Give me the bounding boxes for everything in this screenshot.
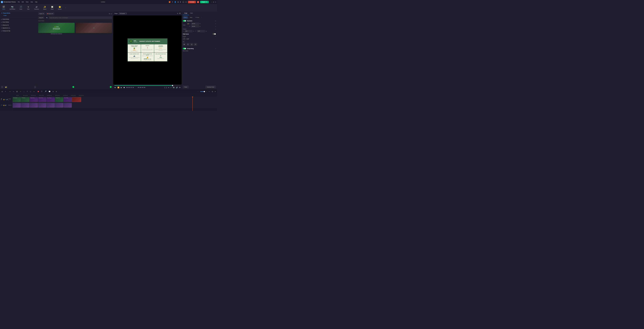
new-folder-button[interactable]: 📁 <box>4 86 8 88</box>
position-y-input[interactable]: 0.00 <box>197 30 205 32</box>
tree-item-influence-kit[interactable]: ▶ Influence Kit <box>0 24 37 26</box>
menu-file[interactable]: File <box>18 1 20 3</box>
path-curve-toggle[interactable] <box>213 33 216 35</box>
tree-item-cloud-media[interactable]: ▶ Cloud Media <box>0 21 37 24</box>
grid-view-icon[interactable]: ⊞ <box>177 13 178 14</box>
download-icon[interactable]: ⬇ <box>180 1 181 3</box>
menu-edit[interactable]: Edit <box>22 1 24 3</box>
toolbar-more-icon[interactable]: › <box>65 6 66 9</box>
tree-item-global-media[interactable]: ▶ Global Media <box>0 18 37 21</box>
markers-button[interactable]: ◁ <box>30 90 32 93</box>
fullscreen-player-button[interactable]: ⤢ <box>170 86 172 88</box>
lock-audio-icon[interactable]: 🔒 <box>3 105 4 106</box>
zoom-in-button[interactable]: ＋ <box>208 90 210 93</box>
multi-select-button[interactable]: ⇥ <box>33 90 35 93</box>
flip-vertical-button[interactable]: ⇅ <box>186 43 190 46</box>
delete-button[interactable]: 🗑 <box>16 90 18 93</box>
person-icon[interactable]: 👤 <box>174 1 176 3</box>
collapse-panel-button[interactable]: ‹ <box>34 86 36 88</box>
undo-button[interactable]: ↩ <box>9 90 11 93</box>
settings-button[interactable]: ⚙ <box>179 86 180 88</box>
volume-button[interactable]: 🔊 <box>176 86 178 88</box>
record-button[interactable]: Record ▼ <box>46 12 54 15</box>
speed-button[interactable]: ⏱ <box>40 90 43 93</box>
stop-button[interactable]: ⏹ <box>123 86 125 88</box>
lock-icon[interactable]: 🔒 <box>188 23 189 24</box>
menu-help[interactable]: Help <box>35 1 38 3</box>
close-icon[interactable]: ✕ <box>215 1 216 3</box>
play-button[interactable]: ▶ <box>121 86 122 88</box>
audio-clip-1[interactable] <box>12 103 21 108</box>
tree-item-compound-clip[interactable]: ▶ Compound Clip <box>0 29 37 32</box>
gift-icon[interactable]: 🎁 <box>169 1 171 3</box>
filter-icon[interactable]: ⚙ <box>109 13 110 14</box>
zoom-track[interactable] <box>200 91 207 92</box>
vol-track-icon[interactable]: 🔊 <box>6 99 8 100</box>
menu-tools[interactable]: Tools <box>26 1 28 3</box>
keyframe-panel-button[interactable]: Keyframe Panel <box>205 86 216 88</box>
menu-view[interactable]: View <box>30 1 33 3</box>
playhead[interactable] <box>192 97 193 111</box>
tree-item-adjustment-layer[interactable]: ▶ Adjustment La... <box>0 26 37 29</box>
audio-clip-2[interactable] <box>21 103 29 108</box>
bracket-open-button[interactable]: { <box>164 86 165 88</box>
scale-y-input[interactable]: 100.00 <box>191 25 199 27</box>
toolbar-media[interactable]: 🎬 Media <box>1 5 6 10</box>
tab-image[interactable]: Image <box>183 11 189 15</box>
scale-y-diamond-icon[interactable]: ◇ <box>215 26 216 27</box>
clip-active[interactable] <box>72 97 81 102</box>
sub-tab-ai-tools[interactable]: AI Tools <box>194 16 201 18</box>
audio-clip-5[interactable] <box>46 103 55 108</box>
layout-icon[interactable]: ⊡ <box>186 1 187 3</box>
clip-hta-garden[interactable]: hta_and_ga... <box>46 97 55 102</box>
tab-color[interactable]: Color <box>189 11 194 15</box>
quality-select[interactable]: Full Quality <box>118 12 127 14</box>
toolbar-titles[interactable]: T Titles <box>26 5 31 10</box>
toolbar-effects[interactable]: ✨ Effects <box>42 5 47 10</box>
toolbar-audio[interactable]: 🎵 Audio <box>18 5 23 10</box>
snapshot-button[interactable]: 📷 <box>173 86 175 88</box>
export-button[interactable]: Export ▼ <box>200 1 209 3</box>
compositing-diamond-icon[interactable]: ◇ <box>215 48 216 49</box>
import-button[interactable]: Import ▼ <box>38 12 45 15</box>
purchase-button[interactable]: Purchase <box>188 1 196 3</box>
layout-grid-button[interactable]: ⊞ <box>212 90 214 93</box>
copy-button[interactable]: ⧉ <box>55 90 57 93</box>
in-out-button[interactable]: ⇥ <box>168 86 169 88</box>
timeline-ruler[interactable]: 00:00 00:00:05:00 00:00:10:00 00:00:15:0… <box>12 94 217 97</box>
eye-track-icon[interactable]: 👁 <box>5 99 6 100</box>
transform-diamond-icon[interactable]: ◇ <box>215 20 216 21</box>
toolbar-filters[interactable]: 🔲 Filters <box>50 5 55 10</box>
add-folder-button[interactable]: + <box>1 86 4 88</box>
audio-clip-7[interactable] <box>64 103 72 108</box>
zoom-out-button[interactable]: － <box>197 90 199 93</box>
toolbar-transitions[interactable]: ⇄ Transitions <box>33 5 40 10</box>
bracket-close-button[interactable]: } <box>166 86 167 88</box>
minimize-icon[interactable]: ─ <box>211 1 212 3</box>
lock-track-icon[interactable]: 🔒 <box>3 99 4 100</box>
add-track-button[interactable]: ⊞ <box>1 90 4 93</box>
zoom-thumb[interactable] <box>204 91 205 92</box>
rotate-diamond-icon[interactable]: ◇ <box>215 36 216 37</box>
flip-btn-4[interactable]: ◳ <box>194 43 197 46</box>
rotate-circle[interactable] <box>183 37 186 40</box>
toolbar-stock-media[interactable]: 📷 Stock Media <box>9 5 16 10</box>
scale-x-input[interactable]: 100.00 <box>191 22 199 25</box>
step-back-button[interactable]: ⏪ <box>118 86 120 88</box>
voiceover-button[interactable]: 🎤 <box>44 90 47 93</box>
folder-item[interactable]: Folder <box>1 14 36 17</box>
scale-x-diamond-icon[interactable]: ◇ <box>215 23 216 24</box>
clip-theale-1[interactable]: Theale Flow... <box>30 97 38 102</box>
audio-clip-4[interactable] <box>38 103 46 108</box>
clip-st-martins[interactable]: St Martins... <box>21 97 29 102</box>
project-media-section[interactable]: ▼ Project Media <box>1 12 36 14</box>
flip-btn-3[interactable]: ◱ <box>190 43 193 46</box>
subtitle-button[interactable]: 💬 <box>48 90 51 93</box>
transform-toggle[interactable] <box>183 20 186 22</box>
clip-theale-2[interactable]: Theale Flow... <box>38 97 46 102</box>
search-input[interactable] <box>48 16 112 19</box>
redo-button[interactable]: ↪ <box>12 90 14 93</box>
clip-henilan[interactable]: Henilan Flo... <box>55 97 63 102</box>
headphone-icon[interactable]: 🎧 <box>182 1 184 3</box>
maximize-icon[interactable]: ⊡ <box>213 1 214 3</box>
